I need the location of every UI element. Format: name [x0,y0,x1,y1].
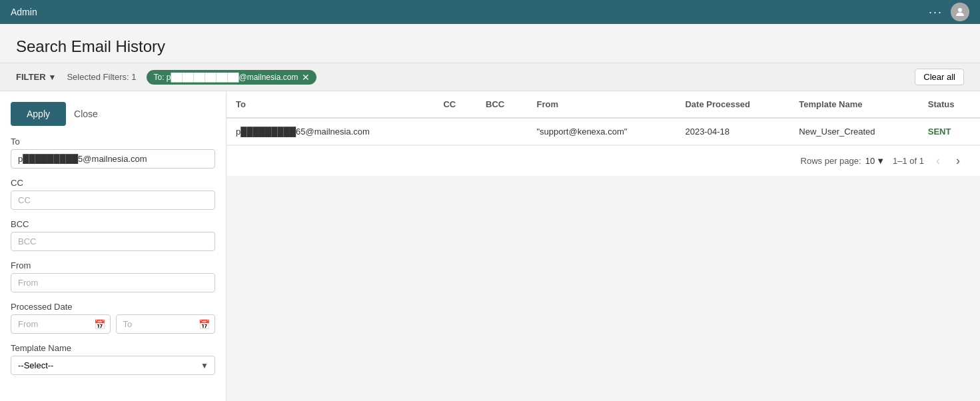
col-status: Status [919,91,980,118]
status-badge: SENT [928,127,951,137]
filter-panel-header: Apply Close [11,102,215,126]
table-row: p█████████65@mailnesia.com "support@kene… [227,118,980,145]
cell-from: "support@kenexa.com" [527,118,676,145]
cell-template-name: New_User_Created [789,118,918,145]
rows-dropdown-icon: ▼ [876,156,885,166]
cell-date-processed: 2023-04-18 [676,118,789,145]
bcc-label: BCC [11,219,215,229]
table-area: To CC BCC From Date Processed Template N… [227,91,980,401]
page-header: Search Email History [0,24,980,63]
cc-field-group: CC [11,178,215,210]
page-info: 1–1 of 1 [893,156,924,166]
svg-point-0 [958,8,962,12]
template-name-label: Template Name [11,343,215,353]
apply-button[interactable]: Apply [11,102,66,126]
main: Apply Close To CC BCC From [0,91,980,401]
rows-per-page-label: Rows per page: [801,156,861,166]
close-button[interactable]: Close [74,109,98,119]
filter-chip-to: To: p████████████@mailnesia.com ✕ [147,70,316,85]
from-field-group: From [11,260,215,292]
app-title: Admin [11,7,37,17]
cc-input[interactable] [11,191,215,210]
processed-date-label: Processed Date [11,302,215,312]
prev-page-button[interactable]: ‹ [932,153,944,169]
cc-label: CC [11,178,215,188]
template-name-field-group: Template Name --Select-- ▼ [11,343,215,375]
bcc-input[interactable] [11,232,215,251]
to-label: To [11,137,215,147]
from-input[interactable] [11,273,215,292]
from-date-wrap: 📅 [11,314,111,334]
from-label: From [11,260,215,270]
filter-bar: FILTER ▼ Selected Filters: 1 To: p██████… [0,63,980,91]
email-table: To CC BCC From Date Processed Template N… [227,91,980,145]
to-date-wrap: 📅 [116,314,216,334]
from-date-input[interactable] [11,314,111,334]
rows-per-page-value: 10 [865,156,875,166]
page: Search Email History FILTER ▼ Selected F… [0,24,980,401]
filter-label: FILTER ▼ [16,72,56,82]
topbar: Admin ··· [0,0,980,24]
page-title: Search Email History [16,37,964,56]
clear-all-button[interactable]: Clear all [915,69,964,85]
pagination-bar: Rows per page: 10 ▼ 1–1 of 1 ‹ › [227,145,980,176]
cell-to: p█████████65@mailnesia.com [227,118,434,145]
filter-panel: Apply Close To CC BCC From [0,91,227,401]
cell-cc [434,118,476,145]
col-cc: CC [434,91,476,118]
selected-filters-text: Selected Filters: 1 [67,72,136,82]
cell-bcc [476,118,527,145]
avatar[interactable] [951,3,969,21]
filter-icon: ▼ [49,73,57,82]
chip-text: To: p████████████@mailnesia.com [153,73,298,82]
topbar-actions: ··· [929,3,969,21]
rows-per-page: Rows per page: 10 ▼ [801,156,885,166]
to-field-group: To [11,137,215,169]
col-bcc: BCC [476,91,527,118]
rows-per-page-select[interactable]: 10 ▼ [865,156,885,166]
bcc-field-group: BCC [11,219,215,251]
to-input[interactable] [11,149,215,169]
col-date-processed: Date Processed [676,91,789,118]
col-to: To [227,91,434,118]
col-from: From [527,91,676,118]
cell-status: SENT [919,118,980,145]
table-header: To CC BCC From Date Processed Template N… [227,91,980,118]
to-date-input[interactable] [116,314,216,334]
template-select[interactable]: --Select-- [11,356,215,375]
header-row: To CC BCC From Date Processed Template N… [227,91,980,118]
table-body: p█████████65@mailnesia.com "support@kene… [227,118,980,145]
template-select-wrap: --Select-- ▼ [11,356,215,375]
chip-close-icon[interactable]: ✕ [302,72,310,83]
processed-date-field-group: Processed Date 📅 📅 [11,302,215,334]
next-page-button[interactable]: › [952,153,964,169]
more-options-icon[interactable]: ··· [929,5,943,19]
col-template-name: Template Name [789,91,918,118]
date-row: 📅 📅 [11,314,215,334]
